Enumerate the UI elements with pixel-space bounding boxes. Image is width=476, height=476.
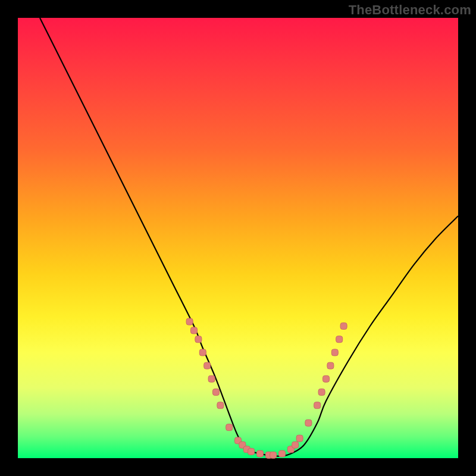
curve-marker: [213, 389, 220, 396]
curve-marker: [191, 327, 198, 334]
curve-marker: [292, 441, 299, 448]
curve-marker: [279, 450, 286, 457]
curve-marker: [208, 375, 215, 382]
chart-svg: [18, 18, 458, 458]
curve-marker: [336, 336, 343, 343]
curve-marker: [204, 362, 211, 369]
bottleneck-curve: [40, 18, 458, 456]
chart-frame: TheBottleneck.com: [0, 0, 476, 476]
curve-marker: [296, 435, 303, 441]
curve-layer: [40, 18, 458, 456]
curve-marker: [226, 424, 233, 431]
curve-marker: [323, 375, 330, 382]
plot-area: [18, 18, 458, 458]
curve-marker: [257, 450, 264, 457]
curve-marker: [305, 419, 312, 426]
curve-marker: [327, 362, 334, 369]
curve-marker: [270, 452, 277, 458]
curve-marker: [217, 402, 224, 409]
curve-marker: [248, 448, 255, 455]
curve-marker: [199, 349, 206, 356]
curve-marker: [195, 336, 202, 343]
watermark-text: TheBottleneck.com: [349, 2, 471, 18]
curve-marker: [186, 318, 193, 325]
curve-marker: [340, 323, 347, 330]
curve-marker: [314, 402, 321, 409]
curve-marker: [318, 389, 325, 396]
curve-marker: [331, 349, 338, 356]
marker-layer: [186, 318, 347, 458]
